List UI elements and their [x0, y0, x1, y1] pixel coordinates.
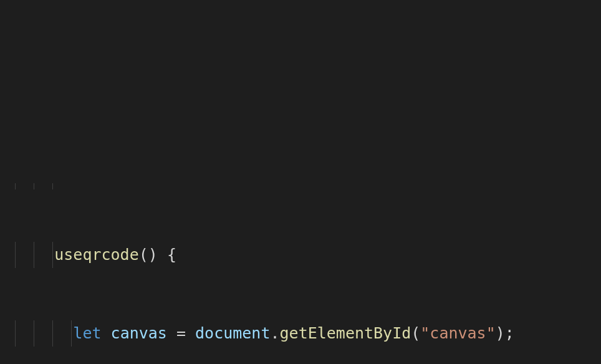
code-line: let canvas = document.getElementById("ca… — [7, 320, 601, 347]
method-getElementById: getElementById — [280, 324, 411, 342]
object-document: document — [195, 324, 270, 342]
variable-canvas: canvas — [111, 324, 167, 342]
code-editor[interactable]: useqrcode() { let canvas = document.getE… — [7, 105, 601, 364]
keyword-let: let — [73, 324, 101, 342]
string-literal: "canvas" — [420, 324, 495, 342]
punct: () { — [139, 246, 176, 264]
code-line: useqrcode() { — [7, 242, 601, 268]
function-name: useqrcode — [54, 246, 138, 264]
